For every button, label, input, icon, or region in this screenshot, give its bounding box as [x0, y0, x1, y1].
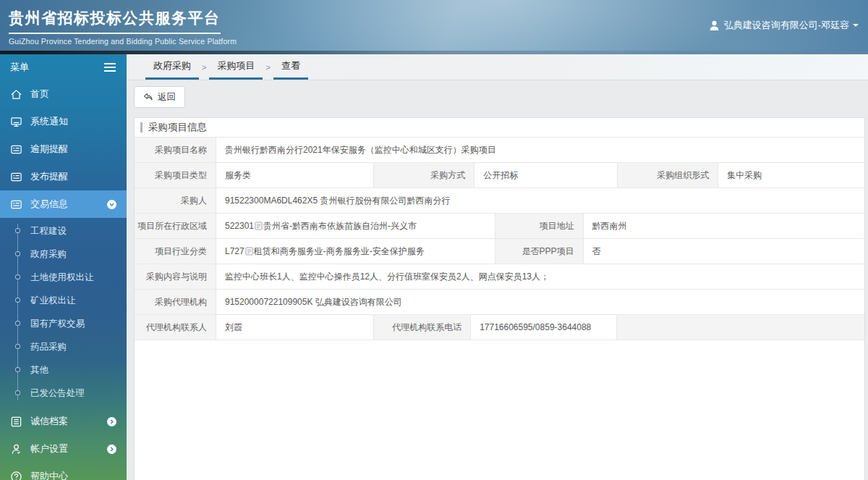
- breadcrumb: 政府采购 > 采购项目 > 查看: [127, 54, 868, 80]
- field-value-region: 522301 贵州省-黔西南布依族苗族自治州-兴义市: [216, 214, 495, 238]
- submenu-item-state-property[interactable]: 国有产权交易: [0, 312, 127, 335]
- page-subtitle: GuiZhou Province Tendering and Bidding P…: [9, 37, 868, 46]
- field-value-agency-contact: 刘霞: [216, 315, 374, 340]
- user-name: 弘典建设咨询有限公司-邓廷容: [724, 19, 849, 32]
- card-icon: [10, 143, 22, 156]
- breadcrumb-separator: >: [265, 54, 270, 80]
- row-purchaser: 采购人 91522300MA6DL462X5 贵州银行股份有限公司黔西南分行: [135, 188, 864, 214]
- sidebar-item-account-settings[interactable]: 帐户设置: [0, 435, 127, 463]
- field-label: 代理机构联系电话: [374, 315, 471, 340]
- field-label: 项目所在行政区域: [135, 214, 216, 238]
- sidebar-item-overdue-reminder[interactable]: 逾期提醒: [0, 135, 127, 163]
- card-icon: [10, 198, 22, 211]
- project-info-panel: 采购项目信息 采购项目名称 贵州银行黔西南分行2021年保安服务（监控中心和城区…: [134, 117, 865, 480]
- chevron-right-circle-icon: [107, 417, 116, 426]
- field-value-method: 公开招标: [475, 163, 618, 188]
- field-label: 采购人: [135, 188, 216, 213]
- field-label: 代理机构联系人: [135, 315, 216, 340]
- menu-label: 菜单: [10, 61, 29, 74]
- row-agency-contact: 代理机构联系人 刘霞 代理机构联系电话 17716606595/0859-364…: [135, 315, 864, 340]
- user-icon: [708, 20, 720, 32]
- field-value-agency: 91520000722109905K 弘典建设咨询有限公司: [216, 290, 864, 314]
- main-content: 政府采购 > 采购项目 > 查看 返回 采购项目信息 采购项目名称 贵州银行黔西…: [127, 54, 868, 480]
- submenu-item-land-use[interactable]: 土地使用权出让: [0, 266, 127, 289]
- back-button[interactable]: 返回: [134, 86, 185, 108]
- field-label: 采购组织形式: [618, 163, 718, 188]
- title-bar-decor: [140, 122, 142, 132]
- breadcrumb-view[interactable]: 查看: [273, 54, 308, 80]
- sidebar-menu-head: 菜单: [0, 54, 127, 80]
- trade-info-submenu: 工程建设 政府采购 土地使用权出让 矿业权出让 国有产权交易 药品采购 其他 已…: [0, 218, 127, 408]
- row-type-method-form: 采购项目类型 服务类 采购方式 公开招标 采购组织形式 集中采购: [135, 163, 864, 188]
- empty-filler-cell: [617, 315, 864, 340]
- row-agency: 采购代理机构 91520000722109905K 弘典建设咨询有限公司: [135, 290, 864, 315]
- page-title: 贵州省招标投标公共服务平台: [9, 8, 221, 34]
- field-value-purchaser: 91522300MA6DL462X5 贵州银行股份有限公司黔西南分行: [216, 188, 864, 213]
- list-icon: [10, 416, 22, 428]
- field-value-agency-phone: 17716606595/0859-3644088: [471, 315, 617, 340]
- monitor-icon: [10, 116, 22, 128]
- field-value-address: 黔西南州: [584, 214, 864, 238]
- question-icon: [10, 471, 22, 480]
- field-value-ppp: 否: [584, 239, 864, 264]
- home-icon: [10, 88, 22, 101]
- submenu-item-issued-notice[interactable]: 已发公告处理: [0, 382, 127, 405]
- submenu-item-gov-procurement[interactable]: 政府采购: [0, 243, 127, 266]
- field-label: 采购项目类型: [135, 163, 216, 188]
- breadcrumb-gov-procurement[interactable]: 政府采购: [145, 54, 199, 80]
- breadcrumb-procurement-project[interactable]: 采购项目: [209, 54, 263, 80]
- field-label: 采购项目名称: [135, 138, 216, 162]
- chevron-down-icon: [853, 24, 859, 30]
- card-icon: [10, 171, 22, 183]
- row-content-description: 采购内容与说明 监控中心班长1人、监控中心操作员12人、分行值班室保安员2人、网…: [135, 264, 864, 290]
- document-icon[interactable]: [245, 247, 253, 256]
- field-label: 采购内容与说明: [135, 264, 216, 289]
- sidebar-item-help-center[interactable]: 帮助中心: [0, 463, 127, 480]
- field-value-content: 监控中心班长1人、监控中心操作员12人、分行值班室保安员2人、网点保安员13人；: [216, 264, 864, 289]
- chevron-right-circle-icon: [107, 445, 116, 454]
- panel-title: 采购项目信息: [135, 118, 864, 138]
- row-project-name: 采购项目名称 贵州银行黔西南分行2021年保安服务（监控中心和城区支行）采购项目: [135, 138, 864, 163]
- row-industry-ppp: 项目行业分类 L727 租赁和商务服务业-商务服务业-安全保护服务 是否PPP项…: [135, 239, 864, 264]
- toolbar: 返回: [127, 80, 868, 115]
- field-value-project-name: 贵州银行黔西南分行2021年保安服务（监控中心和城区支行）采购项目: [216, 138, 864, 162]
- field-label: 采购方式: [374, 163, 475, 188]
- field-label: 项目地址: [495, 214, 583, 238]
- person-icon: [10, 443, 22, 455]
- sidebar-item-publish-reminder[interactable]: 发布提醒: [0, 163, 127, 190]
- field-label: 是否PPP项目: [495, 239, 583, 264]
- hamburger-icon[interactable]: [103, 62, 116, 72]
- sidebar-item-credit-archive[interactable]: 诚信档案: [0, 408, 127, 435]
- field-label: 采购代理机构: [135, 290, 216, 314]
- submenu-item-mining-rights[interactable]: 矿业权出让: [0, 289, 127, 312]
- field-value-project-type: 服务类: [216, 163, 374, 188]
- field-value-org-form: 集中采购: [718, 163, 864, 188]
- document-icon[interactable]: [255, 222, 263, 230]
- chevron-down-circle-icon: [107, 200, 116, 209]
- app-header: 贵州省招标投标公共服务平台 GuiZhou Province Tendering…: [0, 0, 868, 54]
- submenu-item-drug-procurement[interactable]: 药品采购: [0, 335, 127, 358]
- sidebar-item-notifications[interactable]: 系统通知: [0, 108, 127, 135]
- submenu-item-engineering[interactable]: 工程建设: [0, 219, 127, 243]
- sidebar: 菜单 首页 系统通知 逾期提醒 发布提醒 交易信息: [0, 54, 127, 480]
- field-value-industry: L727 租赁和商务服务业-商务服务业-安全保护服务: [216, 239, 495, 264]
- breadcrumb-separator: >: [202, 54, 206, 80]
- field-label: 项目行业分类: [135, 239, 216, 264]
- sidebar-item-home[interactable]: 首页: [0, 80, 127, 108]
- undo-icon: [143, 93, 153, 102]
- sidebar-item-trade-info[interactable]: 交易信息: [0, 190, 127, 218]
- row-region-address: 项目所在行政区域 522301 贵州省-黔西南布依族苗族自治州-兴义市 项目地址…: [135, 214, 864, 239]
- user-menu[interactable]: 弘典建设咨询有限公司-邓廷容: [708, 19, 859, 32]
- submenu-item-other[interactable]: 其他: [0, 358, 127, 382]
